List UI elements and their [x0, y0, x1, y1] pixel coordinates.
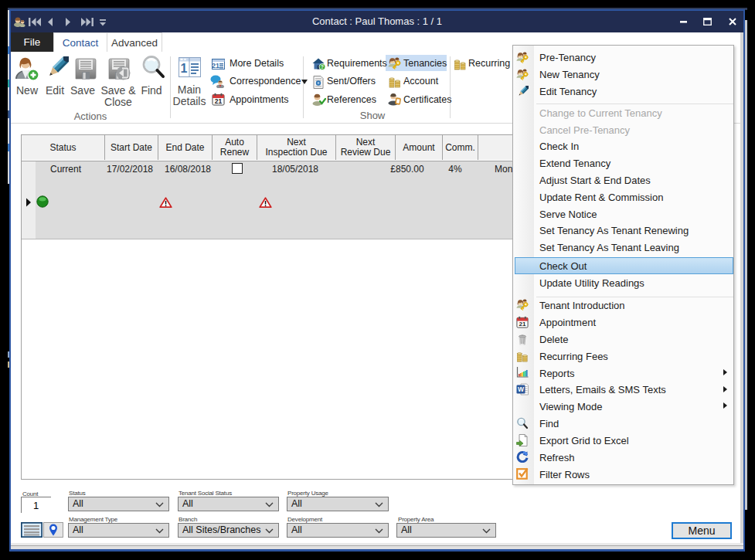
svg-text:?: ?	[321, 64, 324, 70]
svg-text:1: 1	[181, 62, 188, 75]
svg-text:W: W	[518, 385, 525, 393]
svg-text:21: 21	[519, 321, 526, 328]
svg-text:21: 21	[212, 62, 219, 70]
